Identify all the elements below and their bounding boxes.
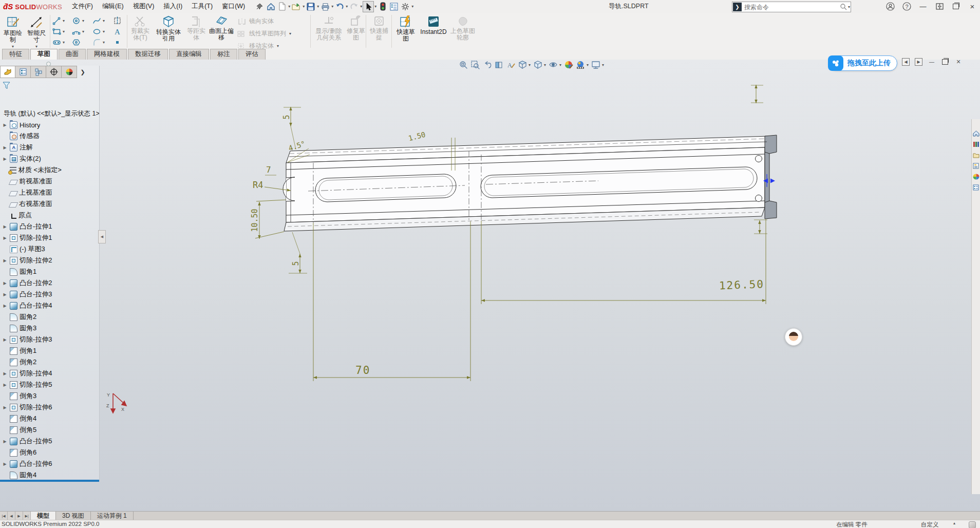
tree-item[interactable]: ▶ 切除-拉伸6: [0, 402, 99, 413]
text-icon[interactable]: A: [113, 26, 128, 37]
close-icon[interactable]: ×: [968, 2, 977, 11]
zoom-to-area-icon[interactable]: [470, 60, 480, 70]
sketch-fillet-icon[interactable]: ▾: [92, 37, 113, 48]
tree-item[interactable]: 圆角1: [0, 266, 99, 277]
file-explorer-icon[interactable]: [973, 152, 979, 158]
edit-appearance-icon[interactable]: [564, 60, 574, 70]
menu-item[interactable]: 编辑(E): [98, 0, 128, 13]
configurations-icon[interactable]: [973, 184, 979, 191]
expand-arrow-icon[interactable]: ▶: [2, 292, 8, 297]
select-cursor-icon[interactable]: [363, 1, 374, 12]
sketch-annotation-icon[interactable]: A: [506, 60, 516, 70]
doc-tab[interactable]: 模型: [31, 512, 56, 520]
pane-toggle-icon[interactable]: [935, 2, 944, 11]
tree-item[interactable]: 倒角6: [0, 447, 99, 458]
design-library-icon[interactable]: [973, 141, 979, 147]
expand-arrow-icon[interactable]: ▶: [2, 462, 8, 466]
panel-tabs-overflow[interactable]: ❯: [77, 66, 88, 78]
filter-funnel-icon[interactable]: [3, 82, 11, 89]
minimize-icon[interactable]: —: [918, 2, 928, 11]
tree-item[interactable]: (-) 草图3: [0, 243, 99, 255]
next-tab-icon[interactable]: ▶: [15, 512, 23, 520]
tree-item[interactable]: 圆角3: [0, 323, 99, 334]
command-tab[interactable]: 草图: [30, 49, 58, 60]
rapid-sketch-button[interactable]: 快速草图: [394, 15, 417, 42]
expand-arrow-icon[interactable]: ▶: [2, 371, 8, 376]
ellipse-icon[interactable]: ▾: [92, 26, 113, 37]
panel-drag-knob[interactable]: [46, 62, 51, 66]
pin-icon[interactable]: [254, 1, 265, 12]
save-icon[interactable]: [305, 1, 316, 12]
tab-dimxpertmanager[interactable]: [46, 66, 62, 78]
menu-item[interactable]: 文件(F): [67, 0, 98, 13]
point-icon[interactable]: [113, 37, 128, 48]
menu-item[interactable]: 窗口(W): [217, 0, 250, 13]
tree-item[interactable]: ▶ 凸台-拉伸1: [0, 221, 99, 232]
settings-gear-icon[interactable]: [400, 1, 411, 12]
sketch-mirror-box-icon[interactable]: [113, 15, 128, 26]
zoom-to-fit-icon[interactable]: [459, 60, 468, 70]
expand-arrow-icon[interactable]: ▶: [2, 258, 8, 263]
open-document-icon[interactable]: [291, 1, 302, 12]
tree-item[interactable]: 倒角1: [0, 345, 99, 356]
home-icon[interactable]: [265, 1, 276, 12]
customize-button[interactable]: 自定义: [921, 521, 939, 528]
smart-dimension-button[interactable]: 智能尺寸▾: [25, 14, 48, 50]
expand-arrow-icon[interactable]: ▶: [2, 281, 8, 286]
tree-item[interactable]: 圆角4: [0, 469, 99, 481]
tab-configurationmanager[interactable]: [31, 66, 46, 78]
rollback-bar[interactable]: [0, 480, 99, 482]
doc-tab[interactable]: 3D 视图: [56, 512, 91, 520]
task-options-list-icon[interactable]: [388, 1, 400, 12]
appearances-icon[interactable]: [973, 174, 979, 180]
status-icon[interactable]: [969, 521, 976, 528]
expand-arrow-icon[interactable]: ▶: [2, 236, 8, 240]
panel-collapse-handle[interactable]: ◀: [98, 230, 106, 243]
tree-item[interactable]: ▶ 凸台-拉伸3: [0, 289, 99, 300]
search-dropdown-caret[interactable]: ▾: [848, 5, 850, 9]
rectangle-icon[interactable]: ▾: [52, 26, 72, 37]
tree-item[interactable]: 倒角2: [0, 356, 99, 368]
command-search[interactable]: ❯ ▾: [732, 2, 851, 12]
baidu-netdisk-avatar[interactable]: [785, 328, 802, 346]
tree-item[interactable]: 倒角5: [0, 424, 99, 436]
line-icon[interactable]: ▾: [52, 15, 72, 26]
expand-arrow-icon[interactable]: ▶: [2, 337, 8, 342]
tree-item[interactable]: 上视基准面: [0, 187, 99, 198]
tree-item[interactable]: ▶ 实体(2): [0, 153, 99, 164]
tree-item[interactable]: 倒角4: [0, 413, 99, 424]
tree-item[interactable]: ▶ 切除-拉伸5: [0, 379, 99, 390]
undo-icon[interactable]: [334, 1, 345, 12]
tree-item[interactable]: 前视基准面: [0, 176, 99, 187]
expand-arrow-icon[interactable]: ▶: [2, 304, 8, 308]
tree-item[interactable]: 材质 <未指定>: [0, 164, 99, 176]
tree-item[interactable]: ▶ 切除-拉伸2: [0, 255, 99, 266]
tab-displaymanager[interactable]: [62, 66, 77, 78]
redo-icon[interactable]: [348, 1, 360, 12]
arc-icon[interactable]: ▾: [72, 26, 92, 37]
previous-document-icon[interactable]: ◀: [902, 58, 910, 66]
command-tab[interactable]: 直接编辑: [169, 49, 209, 60]
command-tab[interactable]: 标注: [210, 49, 237, 60]
menu-item[interactable]: 视图(V): [128, 0, 159, 13]
magnifier-icon[interactable]: [840, 3, 847, 11]
previous-view-icon[interactable]: [482, 60, 492, 70]
polygon-icon[interactable]: [72, 37, 92, 48]
section-view-icon[interactable]: [494, 60, 504, 70]
expand-arrow-icon[interactable]: ▶: [2, 145, 8, 150]
tree-item[interactable]: ▶ 凸台-拉伸4: [0, 300, 99, 311]
help-icon[interactable]: ?: [902, 2, 911, 11]
user-account-icon[interactable]: [885, 2, 895, 11]
tree-item[interactable]: ▶ History: [0, 119, 99, 130]
tree-item[interactable]: ▶ 切除-拉伸4: [0, 368, 99, 379]
slot-icon[interactable]: ▾: [52, 37, 72, 48]
expand-arrow-icon[interactable]: ▶: [2, 123, 8, 127]
view-settings-icon[interactable]: ▾: [591, 60, 605, 70]
last-tab-icon[interactable]: ▶|: [23, 512, 31, 520]
custom-properties-icon[interactable]: [973, 163, 979, 169]
command-tab[interactable]: 特征: [2, 49, 29, 60]
view-orientation-icon[interactable]: ▾: [518, 60, 531, 70]
home-icon[interactable]: [973, 130, 979, 137]
tree-item[interactable]: ▶ 凸台-拉伸2: [0, 277, 99, 289]
expand-arrow-icon[interactable]: ▶: [2, 405, 8, 410]
